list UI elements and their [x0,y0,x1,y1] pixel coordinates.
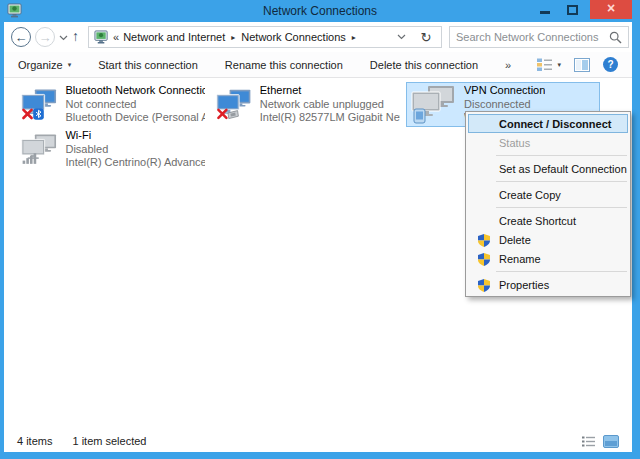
title-bar: Network Connections × [0,0,640,22]
menu-item-create-shortcut[interactable]: Create Shortcut [468,211,628,230]
breadcrumb-separator-icon[interactable]: ▸ [229,33,237,42]
uac-shield-icon [477,252,491,267]
large-icons-view-icon[interactable] [603,435,619,448]
up-button[interactable]: ↑ [72,28,79,44]
uac-shield-icon [477,278,491,293]
refresh-icon: ↻ [421,30,432,45]
menu-item-label: Create Shortcut [499,215,576,227]
search-input[interactable] [456,31,609,43]
bluetooth-connection-icon [21,86,58,124]
menu-item-rename[interactable]: Rename [468,249,628,268]
menu-item-set-default[interactable]: Set as Default Connection [468,159,628,178]
forward-icon: → [39,31,52,44]
menu-item-label: Properties [499,279,549,291]
rename-connection-button[interactable]: Rename this connection [225,59,343,71]
uac-shield-icon [477,233,491,248]
connection-text: Wi-Fi Disabled Intel(R) Centrino(R) Adva… [65,129,205,170]
up-icon: ↑ [72,28,79,44]
maximize-icon[interactable] [567,5,578,15]
connection-status: Disabled [65,143,205,157]
location-icon [94,30,109,45]
view-list-icon [536,57,553,72]
client-area: ← → ↑ « Network and Internet [4,22,632,452]
close-icon[interactable]: × [590,0,632,19]
connection-device: Bluetooth Device (Personal Area ... [65,111,205,125]
change-view-button[interactable]: ▾ [536,57,561,72]
vpn-connection-icon [411,86,457,124]
connection-status: Network cable unplugged [260,98,400,112]
preview-pane-icon[interactable] [574,58,590,72]
connection-device: Intel(R) 82577LM Gigabit Network... [260,111,400,125]
connection-text: Ethernet Network cable unplugged Intel(R… [260,84,400,125]
connection-text: Bluetooth Network Connection Not connect… [65,84,205,125]
back-button[interactable]: ← [11,27,31,47]
connection-status: Not connected [65,98,205,112]
selection-count: 1 item selected [72,435,146,447]
ethernet-connection-icon [216,86,253,124]
organize-dropdown-icon: ▾ [68,61,72,69]
address-bar-row: ← → ↑ « Network and Internet [4,22,632,52]
forward-button: → [35,27,55,47]
items-count: 4 items [17,435,52,447]
connection-item-ethernet[interactable]: Ethernet Network cable unplugged Intel(R… [211,82,405,127]
menu-item-properties[interactable]: Properties [468,275,628,294]
connection-item-wifi[interactable]: Wi-Fi Disabled Intel(R) Centrino(R) Adva… [16,127,210,172]
vpn-device-badge-icon [414,109,425,123]
refresh-button[interactable]: ↻ [411,26,442,48]
recent-pages-chevron-icon[interactable] [59,35,68,41]
breadcrumb-network-connections[interactable]: Network Connections [241,31,346,43]
command-bar: Organize ▾ Start this connection Rename … [4,52,632,78]
wifi-connection-icon [21,131,58,169]
connection-name: Wi-Fi [65,129,205,143]
delete-connection-button[interactable]: Delete this connection [370,59,478,71]
breadcrumb-overflow[interactable]: « [113,31,119,43]
menu-item-label: Create Copy [499,189,561,201]
breadcrumb[interactable]: « Network and Internet ▸ Network Connect… [88,26,412,48]
menu-separator [496,181,627,182]
menu-item-label: Status [499,137,530,149]
connection-status: Disconnected [464,98,545,112]
search-box[interactable] [449,26,629,48]
minimize-icon[interactable] [540,11,550,14]
breadcrumb-network-and-internet[interactable]: Network and Internet [123,31,225,43]
organize-label: Organize [18,59,63,71]
toolbar-right-group: ▾ ? [536,57,618,72]
menu-item-status: Status [468,133,628,152]
menu-item-create-copy[interactable]: Create Copy [468,185,628,204]
menu-item-label: Connect / Disconnect [499,118,611,130]
status-bar: 4 items 1 item selected [4,430,632,452]
menu-separator [496,207,627,208]
help-button[interactable]: ? [603,57,618,72]
address-dropdown-chevron-icon[interactable] [397,34,406,40]
connection-name: VPN Connection [464,84,545,98]
menu-separator [496,271,627,272]
back-icon: ← [15,31,28,44]
connection-name: Bluetooth Network Connection [65,84,205,98]
menu-item-label: Delete [499,234,531,246]
organize-button[interactable]: Organize ▾ [18,59,71,71]
toolbar-overflow-button[interactable]: » [505,59,511,71]
menu-separator [496,155,627,156]
connection-name: Ethernet [260,84,400,98]
help-icon: ? [607,59,613,70]
menu-item-delete[interactable]: Delete [468,230,628,249]
menu-item-label: Rename [499,253,541,265]
menu-item-label: Set as Default Connection [499,163,627,175]
menu-item-connect-disconnect[interactable]: Connect / Disconnect [468,114,628,133]
status-bar-view-toggles [581,435,619,448]
search-icon[interactable] [609,31,622,44]
connection-item-bluetooth[interactable]: Bluetooth Network Connection Not connect… [16,82,210,127]
change-view-dropdown-icon: ▾ [557,61,561,69]
network-connections-window: Network Connections × ← → ↑ [0,0,640,459]
details-view-icon[interactable] [581,435,596,448]
breadcrumb-separator-icon[interactable]: ▸ [350,33,358,42]
connection-device: Intel(R) Centrino(R) Advanced-N ... [65,156,205,170]
context-menu: Connect / Disconnect Status Set as Defau… [465,111,631,297]
start-connection-button[interactable]: Start this connection [98,59,198,71]
